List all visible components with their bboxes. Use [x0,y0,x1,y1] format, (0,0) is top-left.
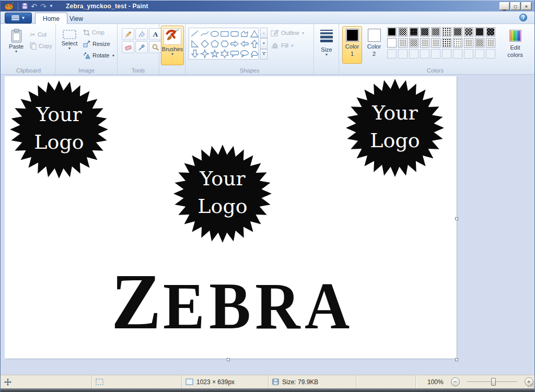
status-selection-size [92,375,182,388]
logo-starburst-3: Your Logo [345,78,445,177]
shape-callout-oval-icon[interactable] [239,49,249,58]
shape-triangle-icon[interactable] [249,29,259,39]
palette-swatch-midl[interactable] [475,38,484,47]
palette-swatch-mid[interactable] [431,27,440,37]
cursor-position-icon [4,378,11,386]
size-label: Size [321,46,332,53]
palette-swatch-mid2[interactable] [464,27,473,37]
shape-callout-cloud-icon[interactable] [249,49,259,58]
palette-swatch-dark[interactable] [420,27,429,37]
cut-button[interactable]: ✂ Cut [30,29,46,40]
rotate-button[interactable]: Rotate ▼ [83,50,115,61]
shape-pentagon-icon[interactable] [210,39,219,49]
outline-dropdown-icon: ▼ [301,31,305,35]
palette-swatch-dotvl[interactable] [453,38,462,47]
paste-button[interactable]: Paste ▼ [6,26,27,65]
eraser-tool-button[interactable] [122,41,134,53]
resize-button[interactable]: Resize [83,39,110,49]
logo2-line1: Your [199,167,246,190]
shape-arrow-down-icon[interactable] [190,49,200,58]
shape-callout-rounded-icon[interactable] [229,49,239,58]
size-button[interactable]: Size ▼ [316,26,337,65]
shapes-more-icon[interactable]: ▼ [260,49,268,60]
palette-swatch-grid[interactable] [398,38,408,47]
save-icon[interactable] [20,2,29,11]
shape-right-triangle-icon[interactable] [190,39,200,49]
pencil-tool-button[interactable] [122,28,134,40]
shape-star-4-icon[interactable] [200,49,210,58]
zoom-out-icon[interactable]: − [451,377,460,386]
select-button[interactable]: Select ▼ [59,26,80,65]
zoom-slider[interactable] [467,377,517,386]
application-menu-button[interactable]: ▼ [5,13,32,23]
outline-button[interactable]: Outline ▼ [271,29,305,37]
crop-button[interactable]: Crop [83,27,104,38]
shape-line-icon[interactable] [190,29,200,39]
shapes-scroll-up-icon[interactable]: ▲ [260,28,268,38]
color2-label-line2: 2 [367,51,381,58]
shape-polygon-icon[interactable] [239,29,249,39]
maximize-icon[interactable]: ▢ [510,2,520,10]
palette-swatch-dotsl[interactable] [442,38,451,47]
palette-swatch-white[interactable] [387,38,397,47]
paint-canvas[interactable]: Your Logo Your Logo Your Logo ZEBRA [5,76,457,359]
zebra-headline-initial: Z [111,262,163,341]
shape-star-6-icon[interactable] [219,49,229,58]
palette-swatch-grid[interactable] [486,38,495,47]
palette-swatch-middark[interactable] [453,27,462,37]
palette-swatch-grid[interactable] [420,38,429,47]
color-picker-tool-button[interactable] [135,41,148,53]
brushes-button[interactable]: Brushes ▼ [161,26,184,65]
shape-curve-icon[interactable] [200,29,210,39]
shape-hexagon-icon[interactable] [219,39,229,49]
qat-dropdown-icon[interactable]: ▼ [48,2,54,11]
zebra-headline-rest: EBRA [163,273,354,339]
window-resize-grip[interactable] [528,381,534,387]
shape-rectangle-icon[interactable] [219,29,229,39]
palette-swatch-dense[interactable] [475,27,484,37]
copy-button[interactable]: Copy [30,41,52,51]
paint-app-icon[interactable] [4,2,14,10]
palette-empty-slot [442,49,451,58]
palette-swatch-dark2[interactable] [486,27,495,37]
group-clipboard: Paste ▼ ✂ Cut Copy Clipboard [2,24,56,74]
group-brushes: Brushes ▼ [159,24,185,74]
canvas-resize-handle-corner[interactable] [455,358,458,361]
rainbow-palette-icon [509,30,521,42]
palette-swatch-d50[interactable] [398,27,408,37]
fill-bucket-tool-button[interactable] [135,28,148,40]
redo-icon[interactable]: ↷ [39,2,48,11]
shape-ellipse-icon[interactable] [210,29,219,39]
shape-arrow-up-icon[interactable] [249,39,259,49]
undo-icon[interactable]: ↶ [29,2,39,11]
minimize-icon[interactable]: ▁ [499,2,509,10]
palette-swatch-midl[interactable] [409,38,418,47]
zoom-slider-thumb[interactable] [491,378,496,386]
tab-view[interactable]: View [62,13,90,25]
canvas-resize-handle-bottom[interactable] [227,358,230,361]
shape-star-5-icon[interactable] [210,49,219,58]
color1-button[interactable]: Color 1 [342,26,362,64]
fill-button[interactable]: Fill ▼ [271,42,294,49]
color2-button[interactable]: Color 2 [364,26,384,64]
palette-swatch-ddots[interactable] [409,27,418,37]
shapes-scroll-down-icon[interactable]: ▼ [260,38,268,49]
status-empty-section [356,375,416,388]
shape-diamond-icon[interactable] [200,39,210,49]
palette-swatch-grid[interactable] [431,38,440,47]
shape-rounded-rectangle-icon[interactable] [229,29,239,39]
palette-swatch-grid[interactable] [464,38,473,47]
edit-colors-button[interactable]: Edit colors [502,27,528,64]
palette-swatch-black[interactable] [387,27,397,37]
shape-arrow-right-icon[interactable] [229,39,239,49]
copy-label: Copy [39,43,52,49]
shape-arrow-left-icon[interactable] [239,39,249,49]
canvas-resize-handle-right[interactable] [455,217,458,220]
rotate-dropdown-icon: ▼ [111,54,115,57]
statusbar: 1023 × 639px Size: 79.9KB 100% − + [1,375,535,388]
palette-empty-slot [420,49,429,58]
palette-swatch-dotsl[interactable] [442,27,451,37]
close-icon[interactable]: ✕ [521,2,531,10]
help-icon[interactable]: ? [519,14,527,21]
fill-bucket-icon [138,30,146,38]
